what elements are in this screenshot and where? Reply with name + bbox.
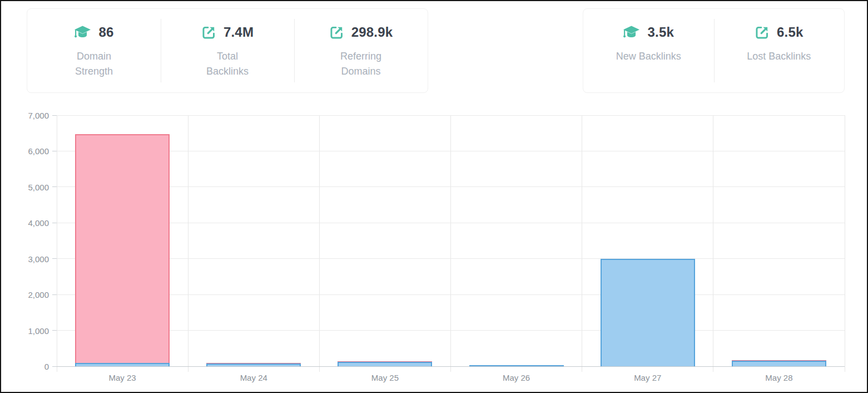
y-axis-tick	[52, 151, 57, 151]
external-link-icon	[329, 25, 344, 40]
chart-vertical-gridline	[188, 115, 189, 372]
x-axis-label: May 26	[451, 373, 582, 382]
graduation-cap-icon	[623, 25, 640, 40]
backlinks-dashboard: 86 Domain Strength 7.4M Total Backlinks	[0, 0, 868, 393]
y-axis-tick	[52, 115, 57, 116]
chart-horizontal-gridline	[57, 186, 845, 187]
external-link-icon	[201, 25, 216, 40]
new-backlinks-bar-may-24[interactable]	[206, 363, 301, 366]
y-axis-tick	[52, 330, 57, 331]
y-axis-label: 2,000	[10, 290, 49, 299]
new-backlinks-bar-may-23[interactable]	[75, 363, 170, 366]
stat-lost-backlinks: 6.5k Lost Backlinks	[714, 9, 845, 92]
stat-new-backlinks: 3.5k New Backlinks	[583, 9, 714, 92]
chart-horizontal-gridline	[57, 330, 845, 331]
chart-vertical-gridline	[450, 115, 451, 372]
y-axis-tick	[52, 294, 57, 295]
y-axis-label: 0	[10, 362, 49, 371]
x-axis-label: May 28	[713, 373, 845, 382]
stat-domain-strength: 86 Domain Strength	[27, 9, 161, 92]
y-axis-label: 4,000	[10, 218, 49, 228]
new-backlinks-bar-may-26[interactable]	[469, 365, 564, 367]
x-axis-label: May 24	[188, 373, 319, 382]
y-axis-label: 7,000	[10, 111, 49, 120]
x-axis-label: May 23	[57, 373, 188, 382]
y-axis-tick	[52, 223, 57, 223]
stat-value: 6.5k	[777, 24, 803, 40]
y-axis-tick	[52, 366, 57, 367]
stat-value: 298.9k	[351, 24, 393, 40]
new-lost-stats-card: 3.5k New Backlinks 6.5k Lost Backlinks	[583, 8, 845, 93]
stat-label: Domain Strength	[61, 49, 127, 79]
stat-label: Lost Backlinks	[747, 49, 811, 64]
y-axis-tick	[52, 258, 57, 259]
stat-referring-domains: 298.9k Referring Domains	[294, 9, 428, 92]
chart-vertical-gridline	[582, 115, 582, 372]
y-axis-label: 3,000	[10, 254, 49, 263]
stat-value-row: 298.9k	[329, 22, 393, 42]
chart-horizontal-gridline	[57, 115, 845, 116]
chart-vertical-gridline	[57, 115, 57, 372]
chart-horizontal-gridline	[57, 366, 845, 367]
stat-value: 3.5k	[647, 24, 674, 40]
y-axis-label: 5,000	[10, 182, 49, 191]
stat-value: 7.4M	[224, 24, 254, 40]
stat-value: 86	[98, 24, 113, 40]
new-backlinks-bar-may-27[interactable]	[601, 259, 695, 366]
stat-label: Total Backlinks	[195, 49, 260, 79]
overview-stats-card: 86 Domain Strength 7.4M Total Backlinks	[27, 8, 428, 93]
chart-vertical-gridline	[845, 115, 845, 372]
stat-value-row: 86	[74, 22, 113, 42]
y-axis-label: 1,000	[10, 326, 49, 335]
chart-horizontal-gridline	[57, 294, 845, 295]
stat-value-row: 3.5k	[623, 22, 674, 42]
y-axis-label: 6,000	[10, 146, 49, 156]
chart-vertical-gridline	[319, 115, 320, 372]
external-link-icon	[755, 25, 770, 40]
stat-total-backlinks: 7.4M Total Backlinks	[161, 9, 294, 92]
stat-label: New Backlinks	[616, 49, 681, 64]
backlinks-bar-chart: 01,0002,0003,0004,0005,0006,0007,000May …	[57, 115, 845, 366]
chart-horizontal-gridline	[57, 151, 845, 151]
graduation-cap-icon	[74, 25, 91, 40]
chart-horizontal-gridline	[57, 258, 845, 259]
chart-horizontal-gridline	[57, 223, 845, 223]
stat-value-row: 6.5k	[755, 22, 803, 42]
new-backlinks-bar-may-25[interactable]	[338, 362, 432, 366]
y-axis-tick	[52, 186, 57, 187]
stat-label: Referring Domains	[328, 49, 394, 79]
x-axis-label: May 27	[582, 373, 713, 382]
new-backlinks-bar-may-28[interactable]	[732, 361, 826, 366]
x-axis-label: May 25	[319, 373, 450, 382]
chart-vertical-gridline	[713, 115, 713, 372]
stat-value-row: 7.4M	[201, 22, 254, 42]
lost-backlinks-bar-may-23[interactable]	[75, 134, 170, 366]
